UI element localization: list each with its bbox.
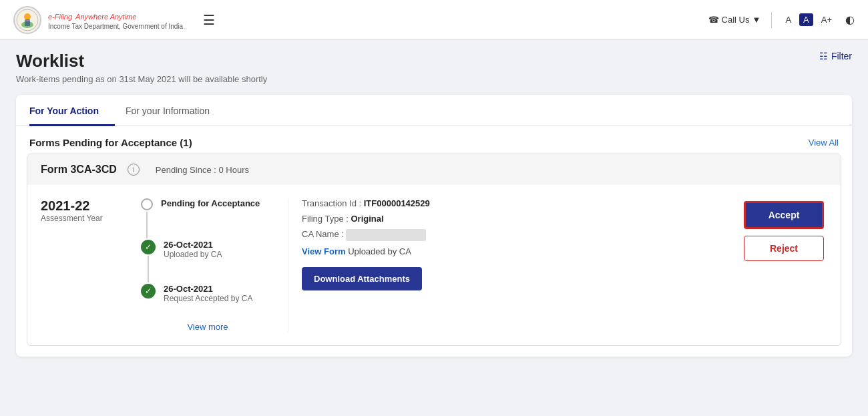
view-form-link[interactable]: View Form <box>302 246 346 256</box>
form-card: Form 3CA-3CD i Pending Since : 0 Hours 2… <box>27 154 841 346</box>
view-form-row: View Form Uploaded by CA <box>302 246 727 256</box>
logo-efiling: e-Filing Anywhere Anytime <box>48 9 183 23</box>
ca-name-row: CA Name : <box>302 229 727 241</box>
transaction-id-value: ITF00000142529 <box>364 198 430 208</box>
timeline-date-1: 26-Oct-2021 <box>164 240 222 250</box>
assessment-year-label: Assessment Year <box>41 214 128 223</box>
tab-for-your-information[interactable]: For your Information <box>126 95 226 126</box>
action-section: Accept Reject <box>740 198 827 332</box>
timeline-line-0 <box>146 212 148 238</box>
worklist-header: Worklist ☷ Filter <box>16 51 852 71</box>
hamburger-menu[interactable]: ☰ <box>203 12 215 28</box>
form-card-body: 2021-22 Assessment Year Pending for Acce… <box>27 185 841 345</box>
transaction-section: Transaction Id : ITF00000142529 Filing T… <box>288 198 727 332</box>
tabs: For Your Action For your Information <box>16 95 852 126</box>
page-title: Worklist <box>16 51 84 71</box>
logo-tagline: Anywhere Anytime <box>75 13 136 21</box>
timeline-item-pending: Pending for Acceptance <box>141 198 274 240</box>
timeline-item-accepted: ✓ 26-Oct-2021 Request Accepted by CA <box>141 284 274 317</box>
timeline-date-2: 26-Oct-2021 <box>164 284 252 294</box>
timeline-desc-2: Request Accepted by CA <box>164 294 252 303</box>
page-content: Worklist ☷ Filter Work-items pending as … <box>0 40 868 367</box>
filter-icon: ☷ <box>819 51 828 61</box>
view-more-button[interactable]: View more <box>141 322 274 332</box>
logo-text: e-Filing Anywhere Anytime Income Tax Dep… <box>48 9 183 31</box>
svg-point-1 <box>24 13 31 20</box>
call-us-button[interactable]: ☎ Call Us ▼ <box>708 15 761 25</box>
timeline-content-0: Pending for Acceptance <box>161 198 260 222</box>
ca-name-box <box>346 229 426 241</box>
timeline-connector-0 <box>141 198 153 240</box>
filter-button[interactable]: ☷ Filter <box>819 51 852 61</box>
transaction-id-row: Transaction Id : ITF00000142529 <box>302 198 727 208</box>
ca-name-label: CA Name : <box>302 229 346 239</box>
filing-type-row: Filing Type : Original <box>302 214 727 224</box>
font-small-button[interactable]: A <box>783 13 794 26</box>
font-controls: A A A+ <box>783 13 835 26</box>
info-icon[interactable]: i <box>128 164 140 176</box>
filter-label: Filter <box>831 51 852 61</box>
accept-button[interactable]: Accept <box>744 201 824 229</box>
timeline-label-0: Pending for Acceptance <box>161 198 260 208</box>
timeline-dot-filled-1: ✓ <box>141 240 156 254</box>
pending-since: Pending Since : 0 Hours <box>156 165 249 175</box>
logo-emblem <box>13 6 41 34</box>
efiling-label: e-Filing <box>48 13 72 21</box>
download-attachments-button[interactable]: Download Attachments <box>302 267 422 290</box>
section-header: Forms Pending for Acceptance (1) View Al… <box>16 126 852 154</box>
assessment-year-section: 2021-22 Assessment Year <box>41 198 128 332</box>
assessment-year: 2021-22 <box>41 198 128 214</box>
filing-type-value: Original <box>351 214 383 224</box>
timeline-desc-1: Uploaded by CA <box>164 250 222 259</box>
form-card-header: Form 3CA-3CD i Pending Since : 0 Hours <box>27 154 841 185</box>
timeline-dot-empty <box>141 198 153 210</box>
timeline-line-1 <box>148 256 149 282</box>
call-us-label: Call Us <box>722 15 750 25</box>
reject-button[interactable]: Reject <box>744 236 824 261</box>
call-us-chevron: ▼ <box>752 15 761 25</box>
timeline-content-1: 26-Oct-2021 Uploaded by CA <box>164 240 222 272</box>
view-all-button[interactable]: View All <box>809 138 839 148</box>
phone-icon: ☎ <box>708 15 719 25</box>
section-title: Forms Pending for Acceptance (1) <box>29 137 192 148</box>
contrast-button[interactable]: ◐ <box>845 13 855 26</box>
header-divider <box>771 12 772 28</box>
form-name: Form 3CA-3CD <box>41 164 117 176</box>
transaction-id-label: Transaction Id : <box>302 198 364 208</box>
header-right: ☎ Call Us ▼ A A A+ ◐ <box>708 12 855 28</box>
logo-subtitle: Income Tax Department, Government of Ind… <box>48 23 183 31</box>
tab-for-your-action[interactable]: For Your Action <box>29 95 115 126</box>
filing-type-label: Filing Type : <box>302 214 351 224</box>
font-large-button[interactable]: A+ <box>819 13 835 26</box>
font-default-button[interactable]: A <box>799 13 813 26</box>
main-card: For Your Action For your Information For… <box>16 95 852 357</box>
logo-area: e-Filing Anywhere Anytime Income Tax Dep… <box>13 6 183 34</box>
timeline-connector-1: ✓ <box>141 240 156 284</box>
svg-rect-3 <box>25 19 30 26</box>
timeline-connector-2: ✓ <box>141 284 156 298</box>
timeline-dot-filled-2: ✓ <box>141 284 156 298</box>
worklist-subtitle: Work-items pending as on 31st May 2021 w… <box>16 74 852 84</box>
timeline-item-uploaded: ✓ 26-Oct-2021 Uploaded by CA <box>141 240 274 284</box>
timeline-section: Pending for Acceptance ✓ 26-Oct-2021 Upl… <box>141 198 274 332</box>
timeline-content-2: 26-Oct-2021 Request Accepted by CA <box>164 284 252 317</box>
header: e-Filing Anywhere Anytime Income Tax Dep… <box>0 0 868 40</box>
view-form-suffix: Uploaded by CA <box>346 246 411 256</box>
